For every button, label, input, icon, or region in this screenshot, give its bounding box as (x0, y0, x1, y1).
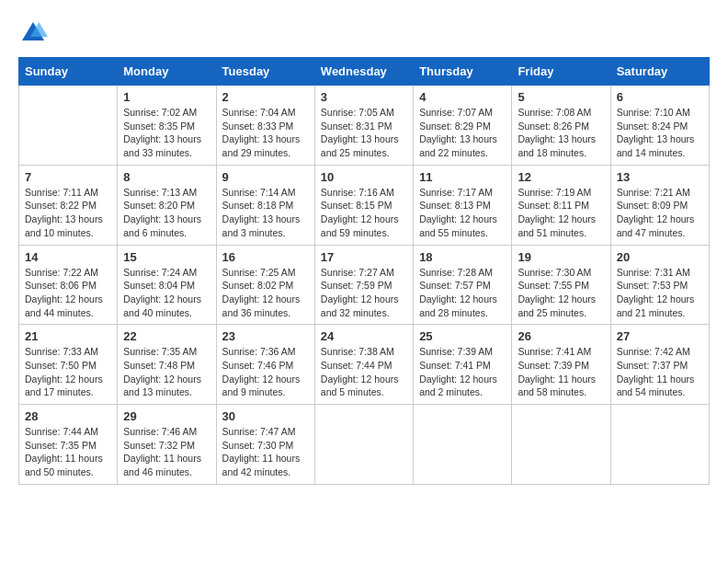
day-info: Sunrise: 7:22 AM Sunset: 8:06 PM Dayligh… (25, 266, 111, 320)
week-row-1: 1Sunrise: 7:02 AM Sunset: 8:35 PM Daylig… (19, 86, 710, 166)
day-number: 4 (419, 90, 506, 104)
day-cell: 11Sunrise: 7:17 AM Sunset: 8:13 PM Dayli… (414, 165, 512, 245)
day-number: 15 (123, 250, 210, 264)
day-info: Sunrise: 7:02 AM Sunset: 8:35 PM Dayligh… (123, 106, 210, 160)
day-info: Sunrise: 7:25 AM Sunset: 8:02 PM Dayligh… (222, 266, 309, 320)
week-row-5: 28Sunrise: 7:44 AM Sunset: 7:35 PM Dayli… (19, 405, 710, 485)
day-number: 21 (25, 329, 111, 343)
day-cell: 23Sunrise: 7:36 AM Sunset: 7:46 PM Dayli… (216, 325, 314, 405)
day-number: 16 (222, 250, 309, 264)
day-number: 30 (222, 409, 309, 423)
day-cell: 6Sunrise: 7:10 AM Sunset: 8:24 PM Daylig… (610, 86, 709, 166)
day-number: 23 (222, 329, 309, 343)
day-number: 13 (617, 170, 703, 184)
column-header-tuesday: Tuesday (216, 58, 314, 86)
week-row-4: 21Sunrise: 7:33 AM Sunset: 7:50 PM Dayli… (19, 325, 710, 405)
day-cell: 22Sunrise: 7:35 AM Sunset: 7:48 PM Dayli… (118, 325, 216, 405)
day-info: Sunrise: 7:10 AM Sunset: 8:24 PM Dayligh… (617, 106, 703, 160)
day-cell: 18Sunrise: 7:28 AM Sunset: 7:57 PM Dayli… (414, 245, 512, 325)
day-cell: 17Sunrise: 7:27 AM Sunset: 7:59 PM Dayli… (314, 245, 413, 325)
calendar-table: SundayMondayTuesdayWednesdayThursdayFrid… (18, 57, 710, 485)
day-info: Sunrise: 7:13 AM Sunset: 8:20 PM Dayligh… (123, 186, 210, 240)
day-cell: 26Sunrise: 7:41 AM Sunset: 7:39 PM Dayli… (512, 325, 610, 405)
day-info: Sunrise: 7:33 AM Sunset: 7:50 PM Dayligh… (25, 345, 111, 399)
day-info: Sunrise: 7:47 AM Sunset: 7:30 PM Dayligh… (222, 425, 309, 479)
day-number: 20 (617, 250, 703, 264)
day-number: 25 (419, 329, 506, 343)
day-cell: 19Sunrise: 7:30 AM Sunset: 7:55 PM Dayli… (512, 245, 610, 325)
column-header-sunday: Sunday (19, 58, 118, 86)
day-number: 22 (123, 329, 210, 343)
day-info: Sunrise: 7:41 AM Sunset: 7:39 PM Dayligh… (518, 345, 604, 399)
day-cell: 28Sunrise: 7:44 AM Sunset: 7:35 PM Dayli… (19, 405, 118, 485)
day-info: Sunrise: 7:05 AM Sunset: 8:31 PM Dayligh… (321, 106, 407, 160)
day-cell (610, 405, 709, 485)
column-header-saturday: Saturday (610, 58, 709, 86)
day-number: 11 (419, 170, 506, 184)
day-info: Sunrise: 7:38 AM Sunset: 7:44 PM Dayligh… (321, 345, 407, 399)
day-cell: 14Sunrise: 7:22 AM Sunset: 8:06 PM Dayli… (19, 245, 118, 325)
day-info: Sunrise: 7:42 AM Sunset: 7:37 PM Dayligh… (617, 345, 703, 399)
day-cell: 25Sunrise: 7:39 AM Sunset: 7:41 PM Dayli… (414, 325, 512, 405)
day-info: Sunrise: 7:27 AM Sunset: 7:59 PM Dayligh… (321, 266, 407, 320)
day-info: Sunrise: 7:44 AM Sunset: 7:35 PM Dayligh… (25, 425, 111, 479)
day-number: 17 (321, 250, 407, 264)
day-cell: 29Sunrise: 7:46 AM Sunset: 7:32 PM Dayli… (118, 405, 216, 485)
day-number: 9 (222, 170, 309, 184)
day-info: Sunrise: 7:19 AM Sunset: 8:11 PM Dayligh… (518, 186, 604, 240)
page-header (18, 18, 710, 48)
day-cell: 27Sunrise: 7:42 AM Sunset: 7:37 PM Dayli… (610, 325, 709, 405)
day-cell: 30Sunrise: 7:47 AM Sunset: 7:30 PM Dayli… (216, 405, 314, 485)
week-row-2: 7Sunrise: 7:11 AM Sunset: 8:22 PM Daylig… (19, 165, 710, 245)
day-number: 7 (25, 170, 111, 184)
day-info: Sunrise: 7:14 AM Sunset: 8:18 PM Dayligh… (222, 186, 309, 240)
day-cell: 8Sunrise: 7:13 AM Sunset: 8:20 PM Daylig… (118, 165, 216, 245)
day-info: Sunrise: 7:35 AM Sunset: 7:48 PM Dayligh… (123, 345, 210, 399)
day-info: Sunrise: 7:24 AM Sunset: 8:04 PM Dayligh… (123, 266, 210, 320)
day-cell (414, 405, 512, 485)
day-number: 18 (419, 250, 506, 264)
day-number: 2 (222, 90, 309, 104)
day-cell: 21Sunrise: 7:33 AM Sunset: 7:50 PM Dayli… (19, 325, 118, 405)
day-cell: 10Sunrise: 7:16 AM Sunset: 8:15 PM Dayli… (314, 165, 413, 245)
day-cell: 3Sunrise: 7:05 AM Sunset: 8:31 PM Daylig… (314, 86, 413, 166)
day-number: 14 (25, 250, 111, 264)
day-info: Sunrise: 7:21 AM Sunset: 8:09 PM Dayligh… (617, 186, 703, 240)
day-number: 28 (25, 409, 111, 423)
day-cell: 9Sunrise: 7:14 AM Sunset: 8:18 PM Daylig… (216, 165, 314, 245)
day-cell: 13Sunrise: 7:21 AM Sunset: 8:09 PM Dayli… (610, 165, 709, 245)
day-cell (512, 405, 610, 485)
day-info: Sunrise: 7:39 AM Sunset: 7:41 PM Dayligh… (419, 345, 506, 399)
day-number: 12 (518, 170, 604, 184)
week-row-3: 14Sunrise: 7:22 AM Sunset: 8:06 PM Dayli… (19, 245, 710, 325)
day-info: Sunrise: 7:08 AM Sunset: 8:26 PM Dayligh… (518, 106, 604, 160)
day-number: 5 (518, 90, 604, 104)
day-cell: 16Sunrise: 7:25 AM Sunset: 8:02 PM Dayli… (216, 245, 314, 325)
day-number: 8 (123, 170, 210, 184)
day-cell (19, 86, 118, 166)
day-number: 27 (617, 329, 703, 343)
day-info: Sunrise: 7:31 AM Sunset: 7:53 PM Dayligh… (617, 266, 703, 320)
day-number: 3 (321, 90, 407, 104)
day-info: Sunrise: 7:28 AM Sunset: 7:57 PM Dayligh… (419, 266, 506, 320)
column-header-thursday: Thursday (414, 58, 512, 86)
day-info: Sunrise: 7:36 AM Sunset: 7:46 PM Dayligh… (222, 345, 309, 399)
day-number: 29 (123, 409, 210, 423)
day-info: Sunrise: 7:17 AM Sunset: 8:13 PM Dayligh… (419, 186, 506, 240)
day-number: 19 (518, 250, 604, 264)
day-info: Sunrise: 7:07 AM Sunset: 8:29 PM Dayligh… (419, 106, 506, 160)
logo (18, 18, 51, 48)
day-number: 10 (321, 170, 407, 184)
day-number: 24 (321, 329, 407, 343)
day-cell: 24Sunrise: 7:38 AM Sunset: 7:44 PM Dayli… (314, 325, 413, 405)
day-cell (314, 405, 413, 485)
column-header-wednesday: Wednesday (314, 58, 413, 86)
day-info: Sunrise: 7:11 AM Sunset: 8:22 PM Dayligh… (25, 186, 111, 240)
logo-icon (18, 18, 48, 48)
day-cell: 7Sunrise: 7:11 AM Sunset: 8:22 PM Daylig… (19, 165, 118, 245)
day-info: Sunrise: 7:46 AM Sunset: 7:32 PM Dayligh… (123, 425, 210, 479)
day-info: Sunrise: 7:16 AM Sunset: 8:15 PM Dayligh… (321, 186, 407, 240)
day-info: Sunrise: 7:30 AM Sunset: 7:55 PM Dayligh… (518, 266, 604, 320)
day-cell: 15Sunrise: 7:24 AM Sunset: 8:04 PM Dayli… (118, 245, 216, 325)
day-number: 1 (123, 90, 210, 104)
